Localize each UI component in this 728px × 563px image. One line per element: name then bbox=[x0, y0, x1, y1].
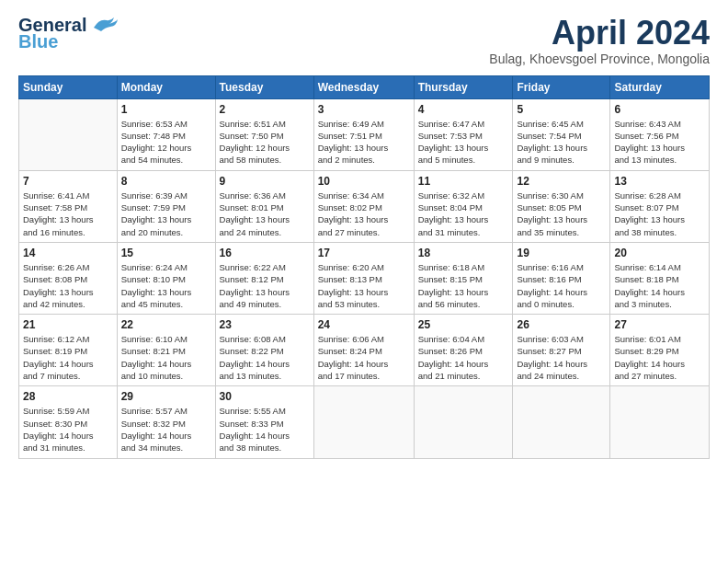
day-number: 3 bbox=[318, 103, 410, 116]
logo-blue: Blue bbox=[18, 31, 58, 52]
day-number: 19 bbox=[517, 247, 606, 259]
day-number: 7 bbox=[23, 175, 113, 188]
day-number: 17 bbox=[318, 247, 410, 259]
calendar-cell bbox=[313, 386, 414, 458]
calendar-cell bbox=[414, 386, 513, 458]
day-info: Sunrise: 6:51 AMSunset: 7:50 PMDaylight:… bbox=[220, 118, 310, 167]
weekday-header-wednesday: Wednesday bbox=[313, 75, 414, 98]
day-number: 22 bbox=[121, 318, 211, 331]
day-number: 5 bbox=[517, 103, 606, 116]
calendar-table: SundayMondayTuesdayWednesdayThursdayFrid… bbox=[18, 75, 710, 459]
day-number: 8 bbox=[121, 175, 211, 188]
calendar-cell: 9Sunrise: 6:36 AMSunset: 8:01 PMDaylight… bbox=[215, 170, 313, 242]
calendar-cell: 13Sunrise: 6:28 AMSunset: 8:07 PMDayligh… bbox=[610, 170, 710, 242]
day-info: Sunrise: 6:43 AMSunset: 7:56 PMDaylight:… bbox=[614, 118, 705, 167]
weekday-header-row: SundayMondayTuesdayWednesdayThursdayFrid… bbox=[19, 75, 710, 98]
day-info: Sunrise: 6:30 AMSunset: 8:05 PMDaylight:… bbox=[517, 190, 606, 238]
calendar-cell: 16Sunrise: 6:22 AMSunset: 8:12 PMDayligh… bbox=[215, 242, 313, 314]
calendar-cell: 8Sunrise: 6:39 AMSunset: 7:59 PMDaylight… bbox=[117, 170, 215, 242]
calendar-cell: 28Sunrise: 5:59 AMSunset: 8:30 PMDayligh… bbox=[19, 386, 118, 458]
calendar-page: General Blue April 2024 Bulag, Khoevsgoe… bbox=[0, 0, 728, 563]
weekday-header-thursday: Thursday bbox=[414, 75, 513, 98]
calendar-cell: 1Sunrise: 6:53 AMSunset: 7:48 PMDaylight… bbox=[117, 98, 215, 170]
day-number: 24 bbox=[318, 318, 410, 331]
day-info: Sunrise: 6:45 AMSunset: 7:54 PMDaylight:… bbox=[517, 118, 606, 167]
day-number: 26 bbox=[517, 318, 606, 331]
calendar-cell: 29Sunrise: 5:57 AMSunset: 8:32 PMDayligh… bbox=[117, 386, 215, 458]
week-row-3: 14Sunrise: 6:26 AMSunset: 8:08 PMDayligh… bbox=[19, 242, 710, 314]
calendar-cell: 12Sunrise: 6:30 AMSunset: 8:05 PMDayligh… bbox=[513, 170, 610, 242]
calendar-cell bbox=[610, 386, 710, 458]
weekday-header-friday: Friday bbox=[513, 75, 610, 98]
weekday-header-sunday: Sunday bbox=[19, 75, 118, 98]
day-info: Sunrise: 6:06 AMSunset: 8:24 PMDaylight:… bbox=[318, 333, 410, 382]
day-info: Sunrise: 6:03 AMSunset: 8:27 PMDaylight:… bbox=[517, 333, 606, 382]
calendar-cell: 30Sunrise: 5:55 AMSunset: 8:33 PMDayligh… bbox=[215, 386, 313, 458]
calendar-cell: 25Sunrise: 6:04 AMSunset: 8:26 PMDayligh… bbox=[414, 315, 513, 386]
day-number: 1 bbox=[121, 103, 211, 116]
day-info: Sunrise: 6:16 AMSunset: 8:16 PMDaylight:… bbox=[517, 261, 606, 310]
day-number: 14 bbox=[23, 247, 113, 259]
location: Bulag, Khoevsgoel Province, Mongolia bbox=[489, 52, 710, 66]
calendar-cell bbox=[19, 98, 118, 170]
calendar-cell: 6Sunrise: 6:43 AMSunset: 7:56 PMDaylight… bbox=[610, 98, 710, 170]
day-number: 28 bbox=[23, 390, 113, 403]
day-info: Sunrise: 6:22 AMSunset: 8:12 PMDaylight:… bbox=[220, 261, 310, 310]
day-number: 23 bbox=[220, 318, 310, 331]
day-info: Sunrise: 6:28 AMSunset: 8:07 PMDaylight:… bbox=[614, 190, 705, 238]
calendar-header: SundayMondayTuesdayWednesdayThursdayFrid… bbox=[19, 75, 710, 98]
day-info: Sunrise: 6:36 AMSunset: 8:01 PMDaylight:… bbox=[220, 190, 310, 238]
day-number: 11 bbox=[418, 175, 509, 188]
week-row-2: 7Sunrise: 6:41 AMSunset: 7:58 PMDaylight… bbox=[19, 170, 710, 242]
day-info: Sunrise: 6:12 AMSunset: 8:19 PMDaylight:… bbox=[23, 333, 113, 382]
day-number: 12 bbox=[517, 175, 606, 188]
day-info: Sunrise: 6:32 AMSunset: 8:04 PMDaylight:… bbox=[418, 190, 509, 238]
calendar-cell: 26Sunrise: 6:03 AMSunset: 8:27 PMDayligh… bbox=[513, 315, 610, 386]
day-info: Sunrise: 6:01 AMSunset: 8:29 PMDaylight:… bbox=[614, 333, 705, 382]
day-number: 27 bbox=[614, 318, 705, 331]
day-info: Sunrise: 5:55 AMSunset: 8:33 PMDaylight:… bbox=[220, 405, 310, 454]
day-info: Sunrise: 6:24 AMSunset: 8:10 PMDaylight:… bbox=[121, 261, 211, 310]
calendar-cell: 20Sunrise: 6:14 AMSunset: 8:18 PMDayligh… bbox=[610, 242, 710, 314]
day-number: 30 bbox=[220, 390, 310, 403]
day-number: 20 bbox=[614, 247, 705, 259]
calendar-cell: 18Sunrise: 6:18 AMSunset: 8:15 PMDayligh… bbox=[414, 242, 513, 314]
calendar-cell: 10Sunrise: 6:34 AMSunset: 8:02 PMDayligh… bbox=[313, 170, 414, 242]
calendar-cell: 4Sunrise: 6:47 AMSunset: 7:53 PMDaylight… bbox=[414, 98, 513, 170]
day-info: Sunrise: 6:26 AMSunset: 8:08 PMDaylight:… bbox=[23, 261, 113, 310]
calendar-cell: 14Sunrise: 6:26 AMSunset: 8:08 PMDayligh… bbox=[19, 242, 118, 314]
day-number: 25 bbox=[418, 318, 509, 331]
calendar-cell: 23Sunrise: 6:08 AMSunset: 8:22 PMDayligh… bbox=[215, 315, 313, 386]
day-info: Sunrise: 6:18 AMSunset: 8:15 PMDaylight:… bbox=[418, 261, 509, 310]
weekday-header-tuesday: Tuesday bbox=[215, 75, 313, 98]
calendar-cell: 7Sunrise: 6:41 AMSunset: 7:58 PMDaylight… bbox=[19, 170, 118, 242]
day-number: 9 bbox=[220, 175, 310, 188]
day-number: 18 bbox=[418, 247, 509, 259]
day-number: 21 bbox=[23, 318, 113, 331]
day-info: Sunrise: 6:34 AMSunset: 8:02 PMDaylight:… bbox=[318, 190, 410, 238]
calendar-cell: 15Sunrise: 6:24 AMSunset: 8:10 PMDayligh… bbox=[117, 242, 215, 314]
day-number: 2 bbox=[220, 103, 310, 116]
day-number: 16 bbox=[220, 247, 310, 259]
calendar-cell: 2Sunrise: 6:51 AMSunset: 7:50 PMDaylight… bbox=[215, 98, 313, 170]
calendar-cell: 17Sunrise: 6:20 AMSunset: 8:13 PMDayligh… bbox=[313, 242, 414, 314]
day-number: 10 bbox=[318, 175, 410, 188]
day-info: Sunrise: 6:10 AMSunset: 8:21 PMDaylight:… bbox=[121, 333, 211, 382]
day-info: Sunrise: 5:59 AMSunset: 8:30 PMDaylight:… bbox=[23, 405, 113, 454]
calendar-cell: 19Sunrise: 6:16 AMSunset: 8:16 PMDayligh… bbox=[513, 242, 610, 314]
day-info: Sunrise: 6:08 AMSunset: 8:22 PMDaylight:… bbox=[220, 333, 310, 382]
calendar-cell bbox=[513, 386, 610, 458]
week-row-4: 21Sunrise: 6:12 AMSunset: 8:19 PMDayligh… bbox=[19, 315, 710, 386]
week-row-1: 1Sunrise: 6:53 AMSunset: 7:48 PMDaylight… bbox=[19, 98, 710, 170]
calendar-body: 1Sunrise: 6:53 AMSunset: 7:48 PMDaylight… bbox=[19, 98, 710, 458]
day-info: Sunrise: 6:39 AMSunset: 7:59 PMDaylight:… bbox=[121, 190, 211, 238]
day-number: 15 bbox=[121, 247, 211, 259]
day-number: 13 bbox=[614, 175, 705, 188]
week-row-5: 28Sunrise: 5:59 AMSunset: 8:30 PMDayligh… bbox=[19, 386, 710, 458]
day-info: Sunrise: 6:47 AMSunset: 7:53 PMDaylight:… bbox=[418, 118, 509, 167]
weekday-header-monday: Monday bbox=[117, 75, 215, 98]
header: General Blue April 2024 Bulag, Khoevsgoe… bbox=[18, 15, 710, 66]
calendar-cell: 21Sunrise: 6:12 AMSunset: 8:19 PMDayligh… bbox=[19, 315, 118, 386]
calendar-cell: 22Sunrise: 6:10 AMSunset: 8:21 PMDayligh… bbox=[117, 315, 215, 386]
day-info: Sunrise: 6:20 AMSunset: 8:13 PMDaylight:… bbox=[318, 261, 410, 310]
